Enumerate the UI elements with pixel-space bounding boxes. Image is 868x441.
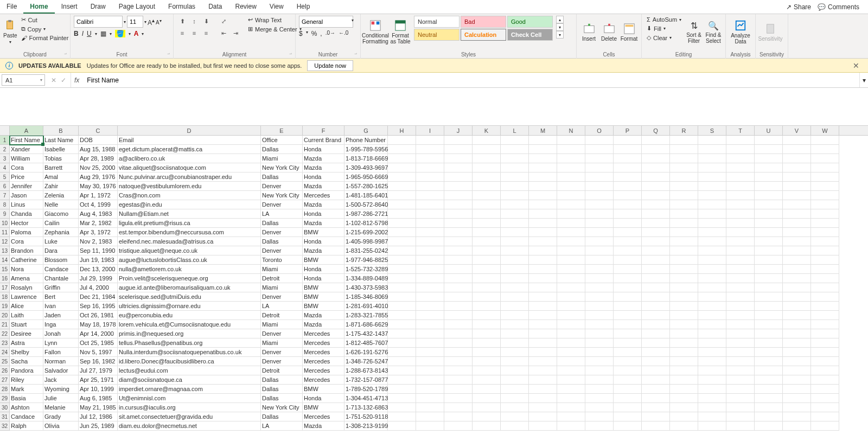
cell-P31[interactable] bbox=[614, 412, 642, 421]
cell-P4[interactable] bbox=[614, 163, 642, 172]
cell-D10[interactable]: ligula.elit.pretium@risus.ca bbox=[118, 219, 261, 228]
update-now-button[interactable]: Update now bbox=[307, 60, 353, 71]
cell-H3[interactable] bbox=[388, 154, 416, 163]
cell-N31[interactable] bbox=[557, 412, 585, 421]
cell-S6[interactable] bbox=[698, 182, 726, 191]
cell-K22[interactable] bbox=[473, 329, 501, 338]
cell-H21[interactable] bbox=[388, 320, 416, 329]
column-header-U[interactable]: U bbox=[755, 126, 783, 135]
cell-G10[interactable]: 1-102-812-5798 bbox=[344, 219, 388, 228]
autosum-button[interactable]: ΣAutoSum▾ bbox=[645, 16, 683, 23]
cell-V8[interactable] bbox=[783, 200, 811, 209]
cell-E17[interactable]: Miami bbox=[261, 283, 303, 292]
row-header-19[interactable]: 19 bbox=[0, 302, 10, 311]
cell-U14[interactable] bbox=[755, 255, 783, 265]
cell-J25[interactable] bbox=[444, 357, 473, 366]
cell-I13[interactable] bbox=[416, 246, 444, 255]
cell-O32[interactable] bbox=[585, 421, 614, 431]
cell-A32[interactable]: Ralph bbox=[10, 421, 43, 431]
cell-J16[interactable] bbox=[444, 274, 473, 283]
cell-C8[interactable]: Oct 4, 1999 bbox=[79, 200, 118, 209]
cell-C26[interactable]: Jul 27, 1979 bbox=[79, 366, 118, 375]
cell-P25[interactable] bbox=[614, 357, 642, 366]
cell-H16[interactable] bbox=[388, 274, 416, 283]
cell-E3[interactable]: Miami bbox=[261, 154, 303, 163]
column-header-K[interactable]: K bbox=[473, 126, 501, 135]
cell-D20[interactable]: eu@perconubia.edu bbox=[118, 311, 261, 320]
font-color-button[interactable]: A bbox=[134, 30, 139, 37]
cell-N6[interactable] bbox=[557, 182, 585, 191]
cell-D24[interactable]: Nulla.interdum@sociisnatoquepenatibus.co… bbox=[118, 348, 261, 357]
cell-C9[interactable]: Aug 4, 1983 bbox=[79, 209, 118, 219]
cell-N13[interactable] bbox=[557, 246, 585, 255]
cell-L24[interactable] bbox=[501, 348, 529, 357]
cell-H31[interactable] bbox=[388, 412, 416, 421]
cell-D18[interactable]: scelerisque.sed@utmiDuis.edu bbox=[118, 292, 261, 302]
cell-F22[interactable]: Mercedes bbox=[303, 329, 344, 338]
cell-K7[interactable] bbox=[473, 191, 501, 200]
cell-V17[interactable] bbox=[783, 283, 811, 292]
cell-Q23[interactable] bbox=[642, 338, 670, 348]
cell-A2[interactable]: Xander bbox=[10, 145, 43, 154]
cell-J24[interactable] bbox=[444, 348, 473, 357]
cell-R21[interactable] bbox=[670, 320, 698, 329]
cell-G32[interactable]: 1-308-213-9199 bbox=[344, 421, 388, 431]
cell-L32[interactable] bbox=[501, 421, 529, 431]
underline-button[interactable]: U bbox=[87, 30, 92, 37]
cell-O6[interactable] bbox=[585, 182, 614, 191]
delete-cells-button[interactable]: Delete bbox=[600, 16, 618, 48]
cell-L1[interactable] bbox=[501, 136, 529, 145]
cell-T6[interactable] bbox=[726, 182, 755, 191]
cell-B9[interactable]: Giacomo bbox=[43, 209, 79, 219]
cell-K5[interactable] bbox=[473, 172, 501, 182]
cell-C28[interactable]: Apr 10, 1999 bbox=[79, 385, 118, 394]
column-header-C[interactable]: C bbox=[79, 126, 118, 135]
cell-G5[interactable]: 1-965-950-6669 bbox=[344, 172, 388, 182]
cell-V30[interactable] bbox=[783, 403, 811, 412]
cell-F28[interactable]: BMW bbox=[303, 385, 344, 394]
cell-N11[interactable] bbox=[557, 228, 585, 237]
align-right-button[interactable]: ≡ bbox=[201, 28, 212, 39]
row-header-16[interactable]: 16 bbox=[0, 274, 10, 283]
cell-J18[interactable] bbox=[444, 292, 473, 302]
cell-A3[interactable]: William bbox=[10, 154, 43, 163]
tab-review[interactable]: Review bbox=[228, 1, 263, 14]
analyze-data-button[interactable]: Analyze Data bbox=[729, 16, 752, 48]
cell-M27[interactable] bbox=[529, 375, 557, 385]
find-select-button[interactable]: 🔍 Find & Select bbox=[705, 16, 722, 48]
cell-R6[interactable] bbox=[670, 182, 698, 191]
cell-F13[interactable]: Mazda bbox=[303, 246, 344, 255]
cell-P11[interactable] bbox=[614, 228, 642, 237]
cell-T4[interactable] bbox=[726, 163, 755, 172]
cell-V22[interactable] bbox=[783, 329, 811, 338]
cell-R7[interactable] bbox=[670, 191, 698, 200]
cell-J9[interactable] bbox=[444, 209, 473, 219]
cell-O16[interactable] bbox=[585, 274, 614, 283]
cell-U20[interactable] bbox=[755, 311, 783, 320]
cell-S9[interactable] bbox=[698, 209, 726, 219]
cell-G17[interactable]: 1-430-373-5983 bbox=[344, 283, 388, 292]
cell-W13[interactable] bbox=[811, 246, 839, 255]
cell-I15[interactable] bbox=[416, 265, 444, 274]
cell-Q27[interactable] bbox=[642, 375, 670, 385]
cell-K13[interactable] bbox=[473, 246, 501, 255]
cell-T3[interactable] bbox=[726, 154, 755, 163]
cell-V10[interactable] bbox=[783, 219, 811, 228]
cell-M10[interactable] bbox=[529, 219, 557, 228]
cell-L20[interactable] bbox=[501, 311, 529, 320]
cell-P30[interactable] bbox=[614, 403, 642, 412]
cell-D4[interactable]: vitae.aliquet@sociisnatoque.com bbox=[118, 163, 261, 172]
cell-M1[interactable] bbox=[529, 136, 557, 145]
cell-H15[interactable] bbox=[388, 265, 416, 274]
cell-O20[interactable] bbox=[585, 311, 614, 320]
cell-W26[interactable] bbox=[811, 366, 839, 375]
cell-W16[interactable] bbox=[811, 274, 839, 283]
cell-C23[interactable]: Oct 25, 1985 bbox=[79, 338, 118, 348]
cell-C25[interactable]: Sep 16, 1982 bbox=[79, 357, 118, 366]
cell-N4[interactable] bbox=[557, 163, 585, 172]
cell-D6[interactable]: natoque@vestibulumlorem.edu bbox=[118, 182, 261, 191]
cell-M24[interactable] bbox=[529, 348, 557, 357]
cell-W7[interactable] bbox=[811, 191, 839, 200]
cell-O31[interactable] bbox=[585, 412, 614, 421]
cell-D31[interactable]: sit.amet.consectetuer@gravida.edu bbox=[118, 412, 261, 421]
